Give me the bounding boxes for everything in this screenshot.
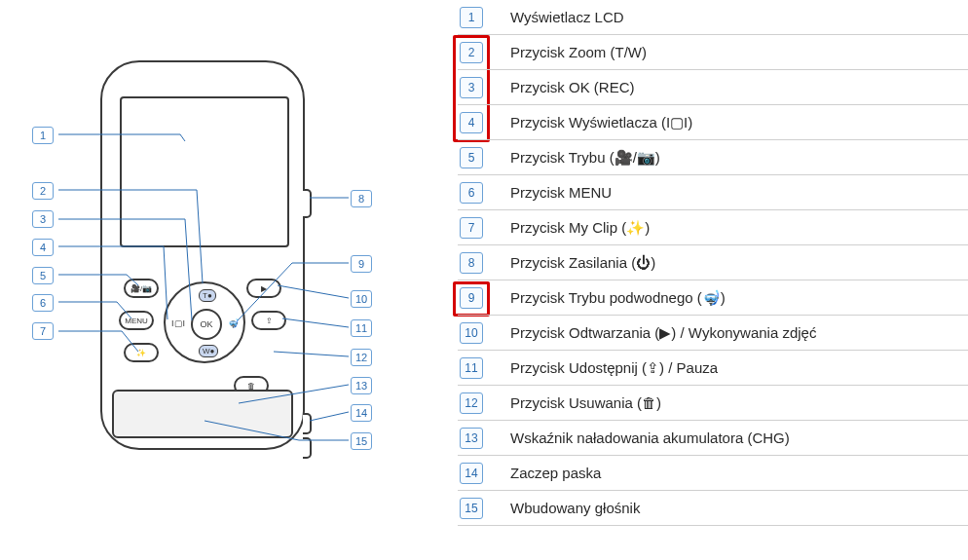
callout-11: 11 — [351, 319, 372, 337]
myclip-button: ✨ — [124, 343, 159, 362]
legend-num-11: 11 — [460, 357, 483, 379]
legend-num-13: 13 — [460, 428, 483, 449]
legend-num-14: 14 — [460, 463, 483, 484]
power-side-button — [303, 189, 312, 218]
legend-text-2: Przycisk Zoom (T/W) — [510, 44, 647, 60]
legend-row-8: 8 Przycisk Zasilania (⏻) — [458, 245, 968, 280]
callout-2: 2 — [32, 182, 54, 200]
strap-loop-bottom — [303, 437, 312, 459]
callout-14: 14 — [351, 404, 372, 422]
legend-row-11: 11 Przycisk Udostępnij (⇪) / Pauza — [458, 351, 968, 386]
legend-num-2: 2 — [460, 42, 483, 63]
legend-text-14: Zaczep paska — [510, 465, 601, 481]
dpad-ring: T● W● OK I▢I 🤿 — [164, 281, 245, 363]
callout-1: 1 — [32, 127, 54, 144]
legend-num-8: 8 — [460, 252, 483, 274]
callout-13: 13 — [351, 377, 372, 394]
legend-list: 1 Wyświetlacz LCD 2 Przycisk Zoom (T/W) … — [458, 0, 968, 560]
legend-text-5: Przycisk Trybu (🎥/📷) — [510, 149, 660, 167]
legend-num-10: 10 — [460, 322, 483, 344]
legend-text-7: Przycisk My Clip (✨) — [510, 219, 650, 237]
speaker-panel — [112, 390, 293, 438]
legend-text-8: Przycisk Zasilania (⏻) — [510, 254, 655, 271]
callout-7: 7 — [32, 322, 54, 340]
callout-4: 4 — [32, 239, 54, 256]
legend-row-12: 12 Przycisk Usuwania (🗑) — [458, 386, 968, 421]
zoom-t-label: T● — [199, 289, 216, 302]
callout-6: 6 — [32, 294, 54, 312]
legend-row-10: 10 Przycisk Odtwarzania (▶) / Wykonywani… — [458, 316, 968, 351]
legend-num-4: 4 — [460, 112, 483, 133]
legend-num-7: 7 — [460, 217, 483, 239]
device-outline: T● W● OK I▢I 🤿 🎥/📷 MENU ✨ ▶ ⇪ 🗑 CHG — [100, 60, 305, 450]
legend-text-10: Przycisk Odtwarzania (▶) / Wykonywania z… — [510, 324, 816, 342]
callout-9: 9 — [351, 255, 372, 273]
legend-num-12: 12 — [460, 392, 483, 414]
legend-num-5: 5 — [460, 147, 483, 168]
legend-row-15: 15 Wbudowany głośnik — [458, 491, 968, 526]
callout-8: 8 — [351, 190, 372, 207]
legend-text-13: Wskaźnik naładowania akumulatora (CHG) — [510, 429, 790, 446]
callout-12: 12 — [351, 349, 372, 366]
legend-row-6: 6 Przycisk MENU — [458, 175, 968, 210]
lcd-screen — [120, 96, 289, 247]
strap-loop-top — [303, 413, 312, 434]
legend-row-2: 2 Przycisk Zoom (T/W) — [458, 35, 968, 70]
legend-text-1: Wyświetlacz LCD — [510, 9, 624, 25]
legend-row-1: 1 Wyświetlacz LCD — [458, 0, 968, 35]
legend-text-11: Przycisk Udostępnij (⇪) / Pauza — [510, 359, 718, 377]
legend-row-14: 14 Zaczep paska — [458, 456, 968, 491]
legend-num-9: 9 — [460, 287, 483, 309]
legend-num-1: 1 — [460, 7, 483, 28]
legend-row-7: 7 Przycisk My Clip (✨) — [458, 210, 968, 245]
legend-row-5: 5 Przycisk Trybu (🎥/📷) — [458, 140, 968, 175]
legend-num-3: 3 — [460, 77, 483, 98]
device-diagram: T● W● OK I▢I 🤿 🎥/📷 MENU ✨ ▶ ⇪ 🗑 CHG — [0, 0, 458, 560]
legend-num-6: 6 — [460, 182, 483, 204]
playback-button: ▶ — [246, 279, 281, 298]
ok-button: OK — [191, 309, 222, 340]
legend-text-15: Wbudowany głośnik — [510, 500, 640, 516]
legend-text-9: Przycisk Trybu podwodnego (🤿) — [510, 289, 726, 307]
callout-10: 10 — [351, 290, 372, 308]
legend-row-4: 4 Przycisk Wyświetlacza (I▢I) — [458, 105, 968, 140]
callout-5: 5 — [32, 267, 54, 284]
legend-text-12: Przycisk Usuwania (🗑) — [510, 394, 661, 411]
legend-row-3: 3 Przycisk OK (REC) — [458, 70, 968, 105]
menu-button: MENU — [119, 311, 154, 330]
legend-row-9: 9 Przycisk Trybu podwodnego (🤿) — [458, 280, 968, 316]
callout-15: 15 — [351, 432, 372, 450]
callout-3: 3 — [32, 210, 54, 228]
underwater-icon: 🤿 — [228, 318, 239, 328]
legend-row-13: 13 Wskaźnik naładowania akumulatora (CHG… — [458, 421, 968, 456]
legend-text-4: Przycisk Wyświetlacza (I▢I) — [510, 114, 692, 131]
legend-text-6: Przycisk MENU — [510, 184, 612, 201]
share-button: ⇪ — [251, 311, 286, 330]
zoom-w-label: W● — [199, 345, 218, 357]
legend-num-15: 15 — [460, 498, 483, 519]
display-icon: I▢I — [171, 318, 185, 328]
mode-button: 🎥/📷 — [124, 279, 159, 298]
legend-text-3: Przycisk OK (REC) — [510, 79, 635, 95]
